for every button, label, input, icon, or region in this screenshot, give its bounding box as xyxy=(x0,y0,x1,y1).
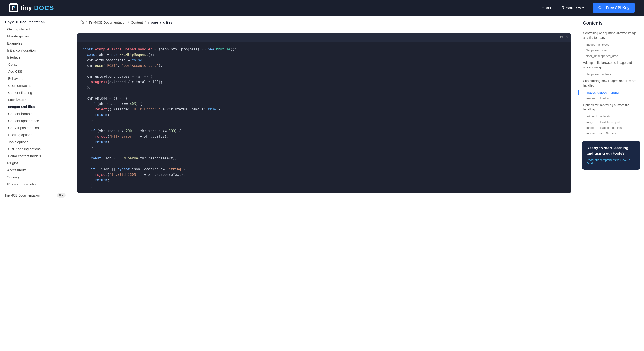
contents-item-file-picker-types[interactable]: file_picker_types xyxy=(578,48,644,53)
right-sidebar: Contents Controlling or adjusting allowe… xyxy=(578,16,644,351)
sidebar-footer-badge[interactable]: 6 ▾ xyxy=(57,193,66,198)
sidebar: TinyMCE Documentation › Getting started … xyxy=(0,16,70,351)
sidebar-item-images-files[interactable]: Images and files xyxy=(0,103,70,110)
contents-section-3[interactable]: Customizing how images and files are han… xyxy=(578,77,644,90)
header: tiny DOCS Home Resources ▾ Get Free API … xyxy=(0,0,644,16)
home-icon[interactable] xyxy=(80,20,84,25)
sidebar-item-interface[interactable]: › Interface xyxy=(0,54,70,61)
breadcrumb-section[interactable]: Content xyxy=(131,21,143,24)
chevron-right-icon: › xyxy=(4,28,6,31)
svg-rect-0 xyxy=(10,5,17,11)
code-content: const example_image_upload_handler = (bl… xyxy=(83,47,566,188)
cta-link[interactable]: Read our comprehensive How-To Guides → xyxy=(586,158,636,165)
sidebar-item-release-info[interactable]: › Release information xyxy=(0,181,70,188)
breadcrumb-root[interactable]: TinyMCE Documentation xyxy=(88,21,126,24)
contents-title: Contents xyxy=(578,21,644,29)
breadcrumb-current: Images and files xyxy=(147,21,172,24)
code-body: const example_image_upload_handler = (bl… xyxy=(77,42,571,193)
nav-resources[interactable]: Resources ▾ xyxy=(562,6,584,11)
sidebar-title: TinyMCE Documentation xyxy=(0,18,70,26)
sidebar-item-copy-paste[interactable]: Copy & paste options xyxy=(0,124,70,131)
chevron-right-icon: › xyxy=(4,183,6,186)
svg-point-1 xyxy=(14,6,15,8)
contents-item-file-picker-callback[interactable]: file_picker_callback xyxy=(578,71,644,77)
sidebar-item-accessibility[interactable]: › Accessibility xyxy=(0,167,70,174)
contents-item-automatic-uploads[interactable]: automatic_uploads xyxy=(578,114,644,119)
breadcrumb: / TinyMCE Documentation / Content / Imag… xyxy=(70,16,578,29)
sidebar-item-table-options[interactable]: Table options xyxy=(0,138,70,145)
main-content: / TinyMCE Documentation / Content / Imag… xyxy=(70,16,578,351)
nav-home[interactable]: Home xyxy=(542,6,552,11)
contents-item-images-file-types[interactable]: images_file_types xyxy=(578,42,644,48)
sidebar-item-getting-started[interactable]: › Getting started xyxy=(0,26,70,33)
sidebar-item-plugins[interactable]: › Plugins xyxy=(0,159,70,167)
sidebar-item-how-to-guides[interactable]: › How-to guides xyxy=(0,33,70,40)
chevron-right-icon: › xyxy=(4,169,6,172)
code-lang-label: JS xyxy=(560,35,563,40)
sidebar-item-content-formats[interactable]: Content formats xyxy=(0,110,70,117)
contents-item-images-upload-handler[interactable]: images_upload_handler xyxy=(578,90,644,95)
sidebar-item-security[interactable]: › Security xyxy=(0,174,70,181)
chevron-down-icon: ∨ xyxy=(4,63,6,66)
chevron-right-icon: › xyxy=(4,56,6,59)
contents-item-images-reuse-filename[interactable]: images_reuse_filename xyxy=(578,131,644,136)
sidebar-item-content[interactable]: ∨ Content xyxy=(0,61,70,68)
contents-section-2[interactable]: Adding a file browser to image and media… xyxy=(578,59,644,71)
sidebar-item-editor-content-models[interactable]: Editor content models xyxy=(0,152,70,159)
code-header: JS ⧉ xyxy=(77,33,571,42)
sidebar-footer[interactable]: TinyMCE Documentation 6 ▾ xyxy=(0,190,70,200)
resources-chevron-icon: ▾ xyxy=(582,6,584,10)
logo-tiny-text: tiny xyxy=(20,4,32,12)
code-container: JS ⧉ const example_image_upload_handler … xyxy=(70,29,578,351)
sidebar-item-add-css[interactable]: Add CSS xyxy=(0,68,70,75)
contents-item-images-upload-credentials[interactable]: images_upload_credentials xyxy=(578,125,644,131)
contents-section-4[interactable]: Options for improving custom file handli… xyxy=(578,101,644,114)
contents-item-images-upload-base-path[interactable]: images_upload_base_path xyxy=(578,119,644,125)
cta-title: Ready to start learning and using our to… xyxy=(586,145,636,156)
chevron-right-icon: › xyxy=(4,176,6,179)
chevron-right-icon: › xyxy=(4,49,6,52)
sidebar-item-content-filtering[interactable]: Content filtering xyxy=(0,89,70,96)
sidebar-item-content-appearance[interactable]: Content appearance xyxy=(0,117,70,124)
sidebar-item-behaviors[interactable]: Behaviors xyxy=(0,75,70,82)
sidebar-item-spelling-options[interactable]: Spelling options xyxy=(0,131,70,138)
logo-docs-text: DOCS xyxy=(34,4,54,12)
code-block: JS ⧉ const example_image_upload_handler … xyxy=(77,33,571,193)
sidebar-item-user-formatting[interactable]: User formatting xyxy=(0,82,70,89)
copy-button[interactable]: ⧉ xyxy=(566,35,568,40)
chevron-right-icon: › xyxy=(4,162,6,165)
cta-box: Ready to start learning and using our to… xyxy=(582,141,640,170)
sidebar-item-initial-config[interactable]: › Initial configuration xyxy=(0,47,70,54)
sidebar-footer-chevron-icon: ▾ xyxy=(62,194,63,197)
sidebar-item-url-handling[interactable]: URL handling options xyxy=(0,145,70,152)
chevron-right-icon: › xyxy=(4,35,6,38)
chevron-right-icon: › xyxy=(4,42,6,45)
contents-item-block-unsupported-drop[interactable]: block_unsupported_drop xyxy=(578,53,644,59)
get-api-key-button[interactable]: Get Free API Key xyxy=(593,3,635,13)
logo-icon xyxy=(9,4,18,13)
contents-item-images-upload-url[interactable]: images_upload_url xyxy=(578,95,644,101)
main-layout: TinyMCE Documentation › Getting started … xyxy=(0,16,644,351)
contents-section-1[interactable]: Controlling or adjusting allowed image a… xyxy=(578,29,644,42)
nav-resources-link[interactable]: Resources xyxy=(562,6,581,11)
sidebar-item-localization[interactable]: Localization xyxy=(0,96,70,103)
sidebar-item-examples[interactable]: › Examples xyxy=(0,40,70,47)
header-nav: Home Resources ▾ Get Free API Key xyxy=(542,3,635,13)
logo[interactable]: tiny DOCS xyxy=(9,4,54,13)
sidebar-footer-text: TinyMCE Documentation xyxy=(4,194,40,197)
